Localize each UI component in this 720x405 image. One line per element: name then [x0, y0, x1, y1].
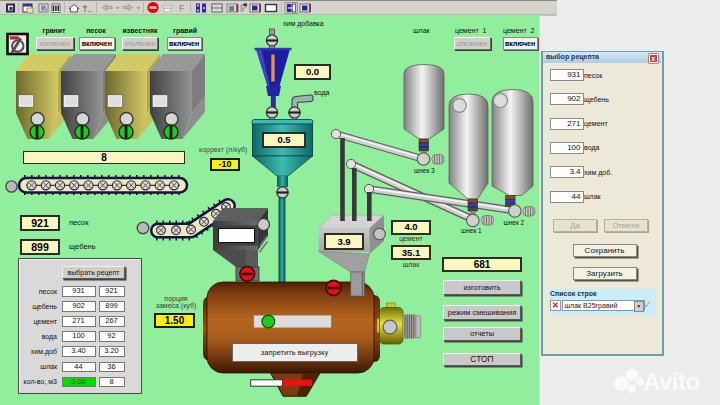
svg-text:F: F — [179, 3, 185, 13]
svg-text:Avito: Avito — [643, 368, 700, 395]
